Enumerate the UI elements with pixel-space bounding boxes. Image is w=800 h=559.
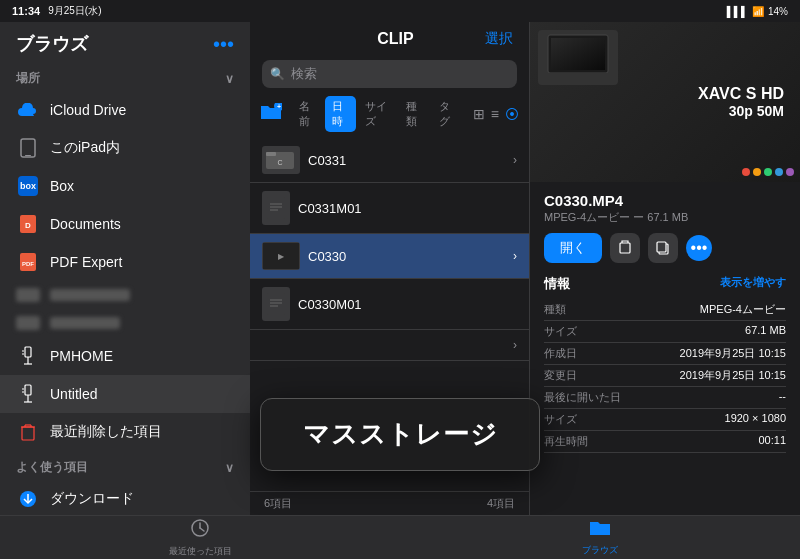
sidebar-item-pdf[interactable]: PDF PDF Expert — [0, 243, 250, 281]
main-layout: ブラウズ ••• 場所 ∨ iCloud Drive このiPad内 box B… — [0, 22, 800, 515]
svg-rect-41 — [551, 38, 605, 70]
share-icon-button[interactable] — [610, 233, 640, 263]
thumb-text: XAVC S HD 30p 50M — [698, 84, 784, 119]
open-button[interactable]: 開く — [544, 233, 602, 263]
svg-text:▶: ▶ — [278, 252, 285, 261]
overlay-popup: マスストレージ — [260, 398, 540, 471]
list-view-icon[interactable]: ≡ — [491, 106, 499, 122]
chevron-down-icon: ∨ — [225, 72, 234, 86]
thumb-content: XAVC S HD 30p 50M — [530, 22, 800, 182]
list-item-empty[interactable]: › — [250, 330, 529, 361]
bottom-tab-browse-label: ブラウズ — [582, 544, 618, 557]
sidebar-item-icloud[interactable]: iCloud Drive — [0, 91, 250, 129]
svg-text:+: + — [277, 103, 281, 110]
list-item[interactable]: ▶ C0330 › — [250, 234, 529, 279]
sidebar-item-untitled-label: Untitled — [50, 386, 97, 402]
sidebar-menu-button[interactable]: ••• — [213, 33, 234, 56]
sort-tab-name[interactable]: 名前 — [292, 96, 323, 132]
svg-rect-11 — [25, 385, 31, 395]
folder-icon-button[interactable]: + — [260, 103, 282, 126]
toolbar-row: + 名前 日時 サイズ 種類 タグ ⊞ ≡ ⦿ — [250, 94, 529, 138]
download-icon — [16, 487, 40, 511]
detail-meta: MPEG-4ムービー ー 67.1 MB — [544, 210, 786, 225]
svg-line-47 — [200, 528, 204, 531]
info-value-duration: 00:11 — [758, 434, 786, 449]
svg-rect-42 — [620, 243, 630, 253]
sidebar-item-ipad[interactable]: このiPad内 — [0, 129, 250, 167]
sidebar-item-box-label: Box — [50, 178, 74, 194]
sidebar-item-documents[interactable]: D Documents — [0, 205, 250, 243]
info-label-duration: 再生時間 — [544, 434, 588, 449]
wifi-icon: 📶 — [752, 6, 764, 17]
svg-rect-44 — [657, 242, 666, 252]
status-bar: 11:34 9月25日(水) ▌▌▌ 📶 14% — [0, 0, 800, 22]
usb-icon-untitled — [16, 382, 40, 406]
cloud-icon — [16, 98, 40, 122]
search-bar[interactable]: 🔍 検索 — [262, 60, 517, 88]
chevron-down-icon-fav: ∨ — [225, 461, 234, 475]
svg-rect-1 — [25, 155, 31, 156]
list-item[interactable]: C0330M01 — [250, 279, 529, 330]
sidebar-title: ブラウズ — [16, 32, 88, 56]
sidebar-item-deleted[interactable]: 最近削除した項目 — [0, 413, 250, 451]
file-item-name-c0330: C0330 — [308, 249, 505, 264]
sidebar-item-pmhome[interactable]: PMHOME — [0, 337, 250, 375]
clip-select-button[interactable]: 選択 — [485, 30, 513, 48]
sidebar-item-ipad-label: このiPad内 — [50, 139, 120, 157]
info-row: 再生時間 00:11 — [544, 431, 786, 453]
sidebar-item-blurred1[interactable] — [0, 281, 250, 309]
sidebar-item-untitled[interactable]: Untitled — [0, 375, 250, 413]
battery-icon: 14% — [768, 6, 788, 17]
file-doc-icon-c0331m01 — [262, 191, 290, 225]
svg-text:C: C — [277, 159, 282, 166]
blurred-icon-2 — [16, 316, 40, 330]
info-row: 最後に開いた日 -- — [544, 387, 786, 409]
sidebar-item-downloads[interactable]: ダウンロード — [0, 480, 250, 515]
more-button[interactable]: ••• — [686, 235, 712, 261]
overlay-text: マスストレージ — [281, 417, 519, 452]
file-thumb-c0330: ▶ — [262, 242, 300, 270]
info-value-size: 67.1 MB — [745, 324, 786, 339]
svg-text:D: D — [25, 221, 31, 230]
info-row: 変更日 2019年9月25日 10:15 — [544, 365, 786, 387]
column-view-icon[interactable]: ⦿ — [505, 106, 519, 122]
bottom-tab-recent[interactable]: 最近使った項目 — [0, 518, 400, 558]
signal-icon: ▌▌▌ — [727, 6, 748, 17]
trash-icon — [16, 420, 40, 444]
info-label-modified: 変更日 — [544, 368, 577, 383]
sidebar-item-pdf-label: PDF Expert — [50, 254, 122, 270]
chevron-right-icon-2: › — [513, 249, 517, 263]
info-value-type: MPEG-4ムービー — [700, 302, 786, 317]
svg-rect-28 — [267, 197, 285, 219]
blurred-icon-1 — [16, 288, 40, 302]
info-label-size: サイズ — [544, 324, 577, 339]
copy-icon-button[interactable] — [648, 233, 678, 263]
sidebar: ブラウズ ••• 場所 ∨ iCloud Drive このiPad内 box B… — [0, 22, 250, 515]
grid-view-icon[interactable]: ⊞ — [473, 106, 485, 122]
info-expand-button[interactable]: 表示を増やす — [720, 275, 786, 293]
clip-header: CLIP 選択 — [250, 22, 529, 56]
list-item[interactable]: C C0331 › — [250, 138, 529, 183]
info-value-lastopened: -- — [779, 390, 786, 405]
sidebar-section-places: 場所 ∨ — [0, 62, 250, 91]
sidebar-item-blurred2[interactable] — [0, 309, 250, 337]
thumb-laptop — [538, 30, 618, 85]
sidebar-item-box[interactable]: box Box — [0, 167, 250, 205]
search-input[interactable]: 検索 — [291, 65, 317, 83]
info-value-modified: 2019年9月25日 10:15 — [680, 368, 786, 383]
file-item-name-c0331m01: C0331M01 — [298, 201, 517, 216]
svg-text:PDF: PDF — [22, 261, 34, 267]
sort-tab-date[interactable]: 日時 — [325, 96, 356, 132]
info-label-dimensions: サイズ — [544, 412, 577, 427]
sort-tab-size[interactable]: サイズ — [358, 96, 397, 132]
sort-tab-type[interactable]: 種類 — [399, 96, 430, 132]
list-item[interactable]: C0331M01 — [250, 183, 529, 234]
sort-tab-tag[interactable]: タグ — [432, 96, 463, 132]
svg-rect-34 — [267, 293, 285, 315]
svg-rect-40 — [543, 73, 613, 79]
sidebar-item-documents-label: Documents — [50, 216, 121, 232]
sidebar-item-deleted-label: 最近削除した項目 — [50, 423, 162, 441]
bottom-tab-browse[interactable]: ブラウズ — [400, 519, 800, 557]
info-table: 種類 MPEG-4ムービー サイズ 67.1 MB 作成日 2019年9月25日… — [544, 299, 786, 453]
search-icon: 🔍 — [270, 67, 285, 81]
